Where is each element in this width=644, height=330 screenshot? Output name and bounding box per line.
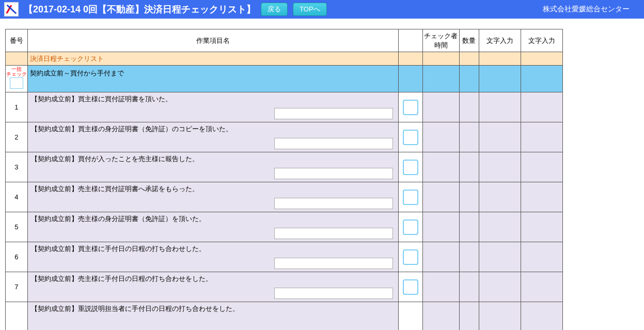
- task-num: 4: [6, 182, 28, 212]
- task-text: 【契約成立前】売主様に手付日の日程の打ち合わせをした。: [31, 274, 396, 284]
- task-check-box[interactable]: [403, 249, 418, 265]
- task-text: 【契約成立前】買付が入ったことを売主様に報告した。: [31, 154, 396, 164]
- task-input[interactable]: [274, 168, 393, 179]
- task-check-box[interactable]: [403, 100, 418, 115]
- col-header-qty: 数量: [459, 29, 479, 52]
- task-item-cell: 【契約成立前】重説説明担当者に手付日の日程の打ち合わせをした。: [27, 302, 399, 331]
- col-header-text2: 文字入力: [521, 29, 562, 52]
- task-num: 7: [6, 272, 28, 302]
- task-check-cell: [399, 242, 423, 272]
- task-cell-t1: [479, 242, 521, 272]
- task-item-cell: 【契約成立前】買主様に買付証明書を頂いた。: [27, 92, 399, 122]
- task-cell-qty: [459, 242, 479, 272]
- task-cell-t1: [479, 122, 521, 152]
- task-item-cell: 【契約成立前】売主様に買付証明書へ承諾をもらった。: [27, 182, 399, 212]
- col-header-checker: チェック者 時間: [422, 29, 459, 52]
- bulk-check-label2: チェック: [6, 72, 27, 77]
- section-title: 契約成立前～買付から手付まで: [27, 66, 399, 92]
- task-item-cell: 【契約成立前】売主様に手付日の日程の打ち合わせをした。: [27, 272, 399, 302]
- task-cell-checker: [422, 182, 459, 212]
- task-check-cell: [399, 182, 423, 212]
- task-text: 【契約成立前】売主様に買付証明書へ承諾をもらった。: [31, 184, 396, 194]
- task-check-cell: [399, 272, 423, 302]
- back-button[interactable]: 戻る: [261, 3, 288, 16]
- bulk-check-box[interactable]: [10, 77, 23, 89]
- task-row: 7【契約成立前】売主様に手付日の日程の打ち合わせをした。: [6, 272, 563, 302]
- task-num: 3: [6, 152, 28, 182]
- task-row: 2【契約成立前】買主様の身分証明書（免許証）のコピーを頂いた。: [6, 122, 563, 152]
- task-cell-qty: [459, 152, 479, 182]
- task-cell-t2: [521, 92, 562, 122]
- header-row: 番号 作業項目名 チェック者 時間 数量 文字入力 文字入力: [6, 29, 563, 52]
- task-cell-t2: [521, 272, 562, 302]
- group-title-row: 決済日程チェックリスト: [6, 52, 563, 66]
- task-cell-qty: [459, 92, 479, 122]
- col-header-num: 番号: [6, 29, 28, 52]
- task-input[interactable]: [274, 258, 393, 269]
- task-row: 4【契約成立前】売主様に買付証明書へ承諾をもらった。: [6, 182, 563, 212]
- task-row: 【契約成立前】重説説明担当者に手付日の日程の打ち合わせをした。: [6, 302, 563, 331]
- task-input[interactable]: [274, 228, 393, 239]
- task-cell-t1: [479, 272, 521, 302]
- task-item-cell: 【契約成立前】買主様の身分証明書（免許証）のコピーを頂いた。: [27, 122, 399, 152]
- task-input[interactable]: [274, 138, 393, 149]
- task-cell-checker: [422, 152, 459, 182]
- task-item-cell: 【契約成立前】売主様の身分証明書（免許証）を頂いた。: [27, 212, 399, 242]
- task-cell-qty: [459, 182, 479, 212]
- task-item-cell: 【契約成立前】買主様に手付日の日程の打ち合わせした。: [27, 242, 399, 272]
- task-check-cell: [399, 302, 423, 331]
- task-check-cell: [399, 92, 423, 122]
- bulk-check-cell: 一括 チェック: [6, 66, 28, 92]
- task-check-box[interactable]: [403, 279, 418, 295]
- task-text: 【契約成立前】売主様の身分証明書（免許証）を頂いた。: [31, 214, 396, 224]
- task-check-cell: [399, 152, 423, 182]
- task-cell-checker: [422, 92, 459, 122]
- task-cell-checker: [422, 212, 459, 242]
- task-row: 5【契約成立前】売主様の身分証明書（免許証）を頂いた。: [6, 212, 563, 242]
- task-cell-t1: [479, 302, 521, 331]
- task-num: 5: [6, 212, 28, 242]
- task-num: [6, 302, 28, 331]
- task-cell-t2: [521, 122, 562, 152]
- task-text: 【契約成立前】買主様の身分証明書（免許証）のコピーを頂いた。: [31, 124, 396, 134]
- task-num: 2: [6, 122, 28, 152]
- task-cell-t1: [479, 182, 521, 212]
- task-num: 6: [6, 242, 28, 272]
- task-cell-qty: [459, 302, 479, 331]
- task-cell-checker: [422, 302, 459, 331]
- task-cell-t1: [479, 92, 521, 122]
- task-row: 3【契約成立前】買付が入ったことを売主様に報告した。: [6, 152, 563, 182]
- task-check-box[interactable]: [403, 190, 418, 205]
- task-cell-t2: [521, 242, 562, 272]
- task-cell-checker: [422, 272, 459, 302]
- task-num: 1: [6, 92, 28, 122]
- task-cell-t1: [479, 212, 521, 242]
- group-title: 決済日程チェックリスト: [27, 52, 399, 66]
- task-cell-t2: [521, 212, 562, 242]
- task-check-box[interactable]: [403, 219, 418, 235]
- task-input[interactable]: [274, 108, 393, 119]
- task-cell-t2: [521, 182, 562, 212]
- task-check-box[interactable]: [403, 160, 418, 175]
- task-cell-checker: [422, 242, 459, 272]
- task-text: 【契約成立前】重説説明担当者に手付日の日程の打ち合わせをした。: [31, 304, 396, 313]
- task-cell-qty: [459, 122, 479, 152]
- task-cell-qty: [459, 212, 479, 242]
- task-cell-t1: [479, 152, 521, 182]
- page-title: 【2017-02-14 0回【不動産】決済日程チェックリスト】: [24, 3, 256, 15]
- task-cell-t2: [521, 302, 562, 331]
- task-item-cell: 【契約成立前】買付が入ったことを売主様に報告した。: [27, 152, 399, 182]
- checklist-table: 番号 作業項目名 チェック者 時間 数量 文字入力 文字入力 決済日程チェックリ…: [5, 29, 563, 330]
- col-header-item: 作業項目名: [27, 29, 399, 52]
- task-input[interactable]: [274, 288, 393, 299]
- section-row: 一括 チェック 契約成立前～買付から手付まで: [6, 66, 563, 92]
- task-check-cell: [399, 212, 423, 242]
- header-bar: 【2017-02-14 0回【不動産】決済日程チェックリスト】 戻る TOPへ …: [0, 0, 644, 19]
- task-check-box[interactable]: [403, 130, 418, 145]
- task-input[interactable]: [274, 198, 393, 209]
- logo-icon: [4, 2, 19, 17]
- task-text: 【契約成立前】買主様に買付証明書を頂いた。: [31, 95, 396, 104]
- col-header-check: [399, 29, 423, 52]
- task-row: 1【契約成立前】買主様に買付証明書を頂いた。: [6, 92, 563, 122]
- top-button[interactable]: TOPへ: [293, 3, 327, 16]
